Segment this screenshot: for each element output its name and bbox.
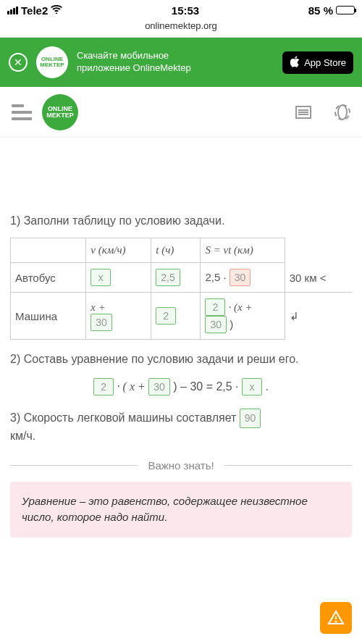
divider-text: Важно знать! — [138, 459, 224, 472]
row1-t: 2,5 — [151, 263, 201, 293]
info-box: Уравнение – это равенство, содержащее не… — [10, 482, 352, 538]
row2-s: 2 · (x + 30 ) — [201, 293, 285, 340]
globe-icon[interactable] — [334, 104, 350, 120]
close-icon[interactable]: ✕ — [9, 53, 28, 72]
q3-after: км/ч. — [10, 430, 35, 442]
app-header: ONLINE MEKTEP — [0, 87, 362, 138]
q3-input[interactable]: 90 — [240, 409, 261, 429]
equation: 2 · ( x + 30 ) – 30 = 2,5 · x . — [10, 378, 352, 396]
promo-line1: Скачайте мобильное — [77, 50, 274, 62]
battery-icon — [336, 6, 355, 14]
svg-point-1 — [336, 622, 337, 622]
url-bar: onlinemektep.org — [0, 20, 362, 38]
status-bar: Tele2 15:53 85 % — [0, 0, 362, 20]
row2-t: 2 — [151, 293, 201, 340]
status-left: Tele2 — [7, 4, 62, 17]
promo-logo: ONLINE MEKTEP — [36, 46, 68, 78]
row1-extra: 30 км < — [285, 263, 352, 293]
status-right: 85 % — [308, 4, 355, 17]
th-s: S = vt (км) — [201, 238, 285, 263]
row1-label: Автобус — [11, 263, 86, 293]
question-1-text: 1) Заполни таблицу по условию задачи. — [10, 213, 352, 229]
input-car-t[interactable]: 2 — [156, 307, 176, 325]
appstore-label: App Store — [304, 57, 346, 68]
data-table: v (км/ч) t (ч) S = vt (км) Автобус x 2,5… — [10, 238, 352, 340]
row1-v: x — [86, 263, 151, 293]
info-text: Уравнение – это равенство, содержащее не… — [22, 495, 308, 524]
carrier-label: Tele2 — [21, 4, 48, 17]
list-icon[interactable] — [295, 106, 311, 119]
input-bus-t[interactable]: 2,5 — [156, 269, 180, 286]
table-row: Машина x + 30 2 2 · (x + 30 ) ↲ — [11, 293, 353, 340]
input-car-s-a[interactable]: 2 — [205, 298, 225, 316]
eq-input-e[interactable]: x — [242, 378, 262, 396]
divider: Важно знать! — [10, 459, 352, 472]
wifi-icon — [51, 4, 62, 16]
menu-icon[interactable] — [12, 104, 32, 120]
promo-line2: приложение OnlineMektep — [77, 62, 274, 75]
question-2-text: 2) Составь уравнение по условию задачи и… — [10, 351, 352, 367]
row1-s: 2,5 · 30 — [201, 263, 285, 293]
row2-extra: ↲ — [285, 293, 352, 340]
content: 1) Заполни таблицу по условию задачи. v … — [0, 138, 362, 548]
table-row: Автобус x 2,5 2,5 · 30 30 км < — [11, 263, 353, 293]
appstore-button[interactable]: App Store — [282, 51, 353, 74]
eq-input-a[interactable]: 2 — [93, 378, 114, 396]
input-bus-s[interactable]: 30 — [230, 269, 251, 286]
q3-before: 3) Скорость легковой машины составляет — [10, 411, 236, 424]
row2-label: Машина — [11, 293, 86, 340]
th-blank — [11, 238, 86, 263]
promo-banner: ✕ ONLINE MEKTEP Скачайте мобильное прило… — [0, 38, 362, 87]
eq-input-c[interactable]: 30 — [148, 378, 170, 396]
th-t: t (ч) — [151, 238, 201, 263]
input-car-v[interactable]: 30 — [90, 314, 112, 331]
input-bus-v[interactable]: x — [90, 269, 111, 286]
input-car-s-b[interactable]: 30 — [205, 316, 227, 333]
header-logo[interactable]: ONLINE MEKTEP — [42, 94, 78, 130]
clock: 15:53 — [172, 4, 199, 17]
battery-pct: 85 % — [308, 4, 333, 17]
question-3: 3) Скорость легковой машины составляет 9… — [10, 409, 352, 445]
th-v: v (км/ч) — [86, 238, 151, 263]
apple-icon — [290, 56, 300, 70]
promo-text: Скачайте мобильное приложение OnlineMekt… — [77, 50, 274, 75]
warning-icon[interactable] — [320, 602, 352, 634]
signal-icon — [7, 7, 18, 14]
row2-v: x + 30 — [86, 293, 151, 340]
